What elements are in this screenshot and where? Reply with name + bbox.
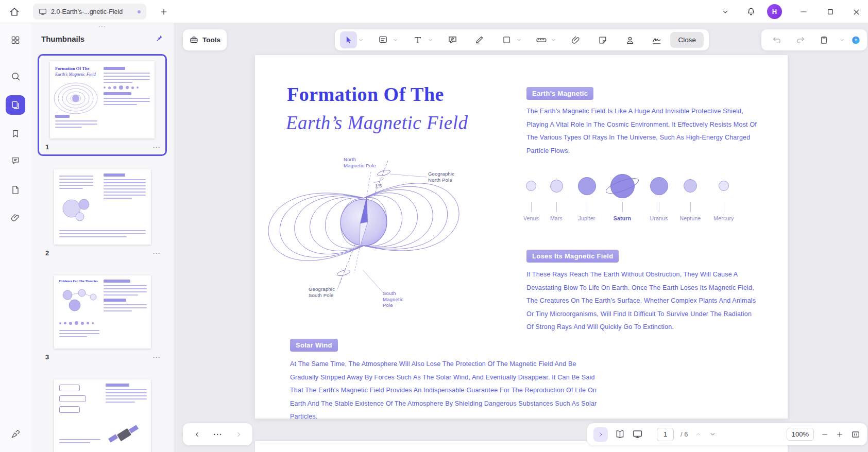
note-tool-button[interactable] <box>375 31 392 48</box>
redo-icon <box>795 35 806 45</box>
sticker-icon <box>598 35 608 45</box>
close-window-button[interactable] <box>848 4 864 20</box>
plus-icon <box>159 7 168 16</box>
sign-tool-button[interactable] <box>6 425 25 443</box>
planet-uranus: Uranus <box>642 171 675 221</box>
thumbnail-list: Formation Of The Earth’s Magnetic Field <box>31 52 174 452</box>
shape-tool-button[interactable] <box>498 31 515 48</box>
document-page: Formation Of The Earth’s Magnetic Field <box>255 55 788 419</box>
text-tool-button[interactable] <box>410 31 427 48</box>
bookmarks-button[interactable] <box>6 125 25 143</box>
mini-planet-dots <box>59 321 94 325</box>
thumbnail-footer: 2 ⋯ <box>39 248 165 260</box>
note-tool-dropdown[interactable] <box>392 37 399 43</box>
planet-label: Neptune <box>674 215 707 221</box>
reading-mode-button[interactable] <box>615 429 625 440</box>
mini-title-2: Earth’s Magnetic Field <box>55 72 96 77</box>
thumbnail-cell-3[interactable]: Evidence For The Theories <box>38 268 167 366</box>
page-menu-button[interactable]: ⋯ <box>213 429 223 440</box>
page-4-thumbnail[interactable] <box>54 379 151 452</box>
notifications-button[interactable] <box>743 4 759 20</box>
maximize-icon <box>826 8 835 16</box>
tab-title: 2.0-Earth's-...gnetic-Field <box>51 8 133 15</box>
mini-text-block <box>59 328 99 339</box>
sticker-tool-button[interactable] <box>594 31 611 48</box>
text-tool-dropdown[interactable] <box>427 37 434 43</box>
tab-list-button[interactable] <box>717 4 734 20</box>
undo-icon <box>772 35 782 45</box>
planet-label: Mars <box>540 215 573 221</box>
presentation-mode-button[interactable] <box>632 429 643 440</box>
mini-text-block <box>106 384 147 405</box>
page-nav-pill: ⋯ <box>183 423 252 445</box>
thumbnail-cell-4[interactable] <box>38 372 167 452</box>
section-badge-earths-magnetic: Earth's Magnetic <box>526 87 593 100</box>
paragraph-earths-magnetic: The Earth's Magnetic Field Is Like A Hug… <box>526 105 759 158</box>
comments-button[interactable] <box>6 151 25 170</box>
home-button[interactable] <box>6 4 23 20</box>
home-icon <box>9 6 20 18</box>
redo-button[interactable] <box>792 31 809 48</box>
thumbnail-menu-button[interactable]: ⋯ <box>152 251 161 256</box>
select-tool-dropdown[interactable] <box>357 37 365 43</box>
measure-tool-dropdown[interactable] <box>550 37 557 43</box>
apps-grid-button[interactable] <box>6 31 25 49</box>
thumbnails-panel-button[interactable] <box>6 95 25 115</box>
next-page-button[interactable] <box>234 430 243 439</box>
doc-title-line1: Formation Of The <box>287 83 444 106</box>
pin-icon[interactable] <box>154 34 163 43</box>
attachments-button[interactable] <box>6 208 25 227</box>
zoom-in-button[interactable] <box>836 430 844 439</box>
close-toolbar-button[interactable]: Close <box>670 32 704 48</box>
mini-title-1: Formation Of The <box>55 66 89 71</box>
thumbnail-menu-button[interactable]: ⋯ <box>152 355 161 360</box>
prev-page-button[interactable] <box>193 430 201 439</box>
new-tab-button[interactable] <box>156 4 172 20</box>
thumbnail-cell-2[interactable]: 2 ⋯ <box>38 162 167 262</box>
comment-edit-icon <box>447 34 458 45</box>
unsaved-dot <box>138 10 141 13</box>
select-tool-button[interactable] <box>340 31 357 48</box>
zoom-level[interactable]: 100% <box>787 428 814 441</box>
next-page-chevron[interactable] <box>709 430 717 438</box>
ai-assistant-button[interactable] <box>852 33 860 47</box>
document-button[interactable] <box>6 181 25 199</box>
planet-label: Mercury <box>707 215 740 221</box>
planet-size-comparison: Venus Mars Jupiter Saturn Uranus Neptune… <box>526 171 743 225</box>
comment-tool-button[interactable] <box>444 31 461 48</box>
attach-tool-button[interactable] <box>567 31 584 48</box>
page-number-input[interactable] <box>657 428 674 441</box>
collapse-panel-button[interactable] <box>593 427 608 442</box>
marker-tool-button[interactable] <box>471 31 488 48</box>
zoom-out-button[interactable] <box>821 430 829 439</box>
minimize-button[interactable] <box>795 4 812 20</box>
page-3-thumbnail[interactable]: Evidence For The Theories <box>54 275 151 349</box>
clipboard-button[interactable] <box>815 31 832 48</box>
close-icon <box>852 8 861 16</box>
thumbnail-menu-button[interactable]: ⋯ <box>152 145 161 150</box>
undo-button[interactable] <box>768 31 785 48</box>
panel-resize-handle[interactable]: ⋯ <box>98 23 107 31</box>
avatar-initial: H <box>772 8 777 15</box>
previous-page-chevron[interactable] <box>694 430 702 438</box>
mini-text-block <box>104 67 150 107</box>
page-number: 1 <box>45 143 49 151</box>
signature-tool-button[interactable] <box>648 31 665 48</box>
avatar[interactable]: H <box>767 4 782 19</box>
measure-tool-button[interactable] <box>533 31 550 48</box>
stamp-tool-button[interactable] <box>621 31 638 48</box>
page-2-thumbnail[interactable] <box>54 169 151 245</box>
clipboard-dropdown[interactable] <box>839 37 845 43</box>
shape-tool-dropdown[interactable] <box>515 37 523 43</box>
tools-button[interactable]: Tools <box>183 29 227 50</box>
search-button[interactable] <box>6 67 25 85</box>
mini-satellite-graphic <box>108 423 139 448</box>
document-tab[interactable]: 2.0-Earth's-...gnetic-Field <box>33 4 146 20</box>
note-icon <box>378 34 388 45</box>
maximize-button[interactable] <box>822 4 839 20</box>
fit-page-button[interactable] <box>850 429 861 440</box>
thumbnail-cell-1[interactable]: Formation Of The Earth’s Magnetic Field <box>38 54 167 156</box>
paperclip-icon <box>571 35 581 45</box>
page-1-thumbnail[interactable]: Formation Of The Earth’s Magnetic Field <box>50 61 155 138</box>
thumbnails-icon <box>10 100 21 110</box>
